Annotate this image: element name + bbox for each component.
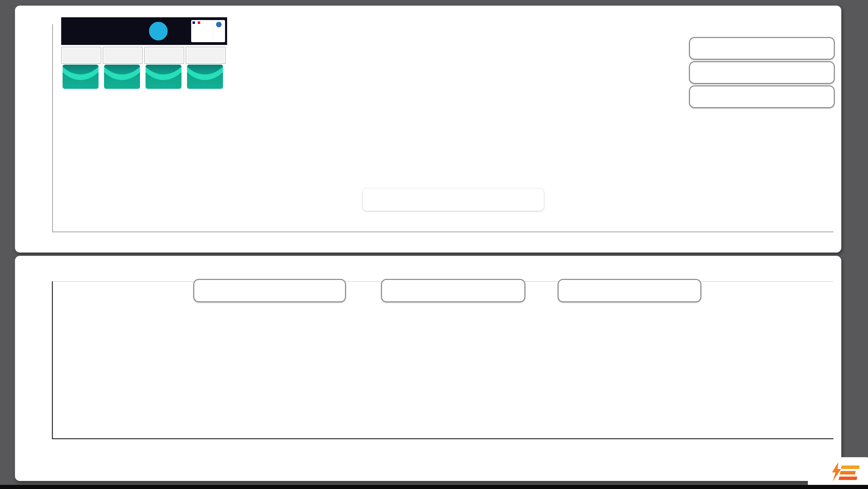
day-button-j2[interactable]	[144, 47, 184, 64]
ecowatt-banner	[61, 17, 227, 45]
day-button-j3[interactable]	[186, 47, 226, 64]
weekly-pmin-badge	[558, 279, 701, 302]
rte-logo	[149, 22, 168, 40]
french-flag-icon	[193, 21, 200, 24]
ecowatt-gauge-icon	[104, 65, 140, 89]
energy-dashboard	[0, 0, 868, 489]
weekly-chart-plot	[53, 281, 833, 439]
y-axis-line	[52, 24, 53, 232]
site-title	[689, 22, 833, 36]
daily-consumption-badge	[689, 37, 835, 60]
daily-chart-panel	[15, 6, 841, 253]
y-axis-line	[52, 281, 53, 439]
republique-francaise-ademe-badge	[191, 20, 225, 42]
x-axis-line	[52, 232, 833, 232]
ecowatt-gauge-icon	[146, 65, 181, 89]
selected-date-label	[363, 189, 544, 211]
weekly-chart-panel	[15, 256, 841, 481]
g2e-france-logo	[808, 457, 868, 489]
daily-pmin-badge	[689, 85, 835, 108]
weekly-consumption-badge	[193, 279, 346, 302]
weekly-pmax-badge	[381, 279, 525, 302]
lightning-bolt-icon	[829, 462, 864, 483]
day-button-j1[interactable]	[103, 47, 143, 64]
ecowatt-gauge-icon	[63, 65, 99, 89]
day-button-j[interactable]	[61, 47, 101, 64]
daily-pmax-badge	[689, 61, 835, 84]
x-axis-line	[52, 438, 833, 439]
ademe-globe-icon	[216, 22, 222, 27]
bottom-border	[0, 485, 868, 489]
ademe-logo	[212, 20, 225, 42]
ecowatt-gauge-icon	[187, 65, 223, 89]
